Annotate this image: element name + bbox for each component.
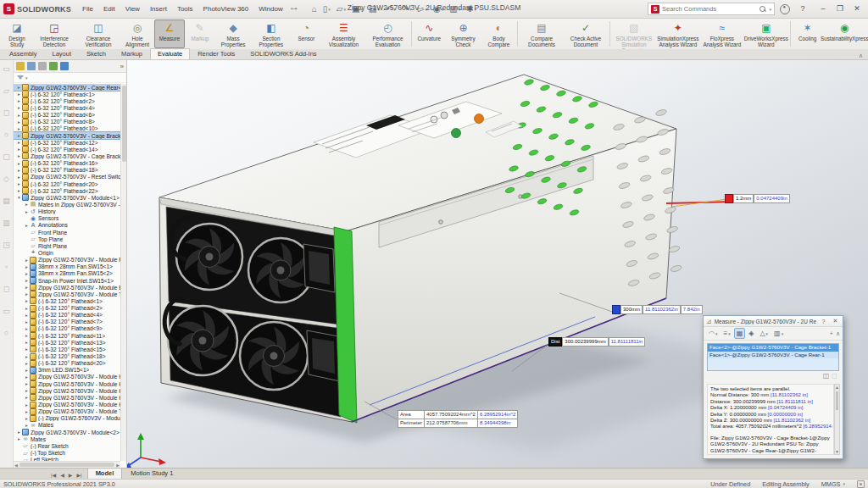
open-icon[interactable]: ▱▾	[334, 3, 348, 14]
tree-item[interactable]: ▸∞Mates	[14, 435, 120, 442]
tree-item[interactable]: ▸▤Mates in Zippy G1W2-5760V3V - 2U Redun…	[14, 201, 120, 208]
user-account-icon[interactable]	[780, 4, 790, 14]
tree-filter-row[interactable]: ▾	[14, 73, 126, 83]
expand-arrow-icon[interactable]: ▸	[16, 175, 22, 180]
normal-distance-callout[interactable]: 300mm 11.81102362in 7.842in	[612, 305, 703, 314]
tree-item[interactable]: ▱Right Plane	[14, 242, 120, 249]
menu-insert[interactable]: Insert	[146, 3, 171, 14]
tree-item[interactable]: ▸Zippy G1W2-5760V3V - Module Bottom<1>	[14, 284, 120, 291]
left-strip-tool-icon[interactable]: ▫	[5, 263, 8, 271]
tab-markup[interactable]: Markup	[114, 48, 150, 59]
clearance-verification-button[interactable]: ◫Clearance Verification	[76, 19, 120, 48]
expand-arrow-icon[interactable]: ▸	[24, 333, 30, 338]
tree-item[interactable]: ▸(-) 6-32 120° Flathead<1>	[14, 297, 120, 304]
tree-item[interactable]: ▸(-) 6-32 120° Flathead<2>	[14, 305, 120, 312]
distance-callout[interactable]: Dist 300.00239999mm 11.81111811in	[548, 337, 645, 347]
left-strip-tool-icon[interactable]: ▭	[3, 65, 10, 73]
create-sensor-icon[interactable]: ◫	[823, 372, 830, 380]
expand-arrow-icon[interactable]: ▸	[24, 402, 30, 408]
expand-arrow-icon[interactable]: ▸	[16, 98, 22, 103]
expand-arrow-icon[interactable]: ▸	[16, 113, 22, 118]
scroll-left-icon[interactable]: ◀	[14, 463, 18, 468]
expand-arrow-icon[interactable]: ▸	[24, 223, 30, 228]
symmetry-check-button[interactable]: ⊕Symmetry Check	[444, 19, 481, 48]
section-properties-button[interactable]: ◧Section Properties	[251, 19, 291, 48]
tree-item[interactable]: ▸(-) 6-32 120° Flathead<14>	[14, 146, 120, 152]
expand-arrow-icon[interactable]: ▸	[16, 126, 22, 131]
tree-item[interactable]: ▸Zippy G1W2-5760V3V - Module<2>	[14, 429, 120, 435]
last-tab-icon[interactable]: ▶|	[75, 472, 83, 478]
tree-item[interactable]: ▸Snap-In Power Inlet.SW15<1>	[14, 277, 120, 284]
left-strip-tool-icon[interactable]: ○	[4, 131, 8, 139]
tree-vertical-scrollbar[interactable]	[120, 84, 126, 461]
search-caret-icon[interactable]: ▾	[769, 7, 771, 12]
curvature-button[interactable]: ∿Curvature	[414, 19, 444, 48]
area-perimeter-callout[interactable]: Area4057.75092024mm^26.28952914in^2Perim…	[398, 410, 518, 428]
expand-arrow-icon[interactable]: ▸	[16, 85, 22, 90]
left-strip-tool-icon[interactable]: ▢	[3, 153, 10, 161]
tree-item[interactable]: ▸(-) Zippy G1W2-5760V3V - Module Tab<2>	[14, 415, 120, 422]
tree-item[interactable]: ▸Zippy G1W2-5760V3V - Module Handle<3>	[14, 387, 120, 394]
body-compare-button[interactable]: ◐Body Compare	[482, 19, 516, 48]
tree-item[interactable]: ▱(-) Rear Sketch	[14, 442, 120, 449]
tree-item[interactable]: ▸(-) 6-32 120° Flathead<7>	[14, 319, 120, 325]
propertymanager-icon[interactable]	[27, 62, 36, 70]
tree-item[interactable]: ▸Zippy G1W2-5760V3V - Module Handle<2>	[14, 380, 120, 387]
expand-arrow-icon[interactable]: ▸	[24, 258, 30, 263]
expand-arrow-icon[interactable]: ▸	[16, 147, 22, 152]
expand-arrow-icon[interactable]: ▾	[16, 195, 22, 200]
expand-arrow-icon[interactable]: ▸	[24, 374, 30, 380]
tree-item[interactable]: ▸(-) 6-32 120° Flathead<4>	[14, 312, 120, 319]
compare-documents-button[interactable]: ▤Compare Documents	[520, 19, 564, 48]
tree-item[interactable]: ▸(-) 6-32 120° Flathead<20>	[14, 180, 120, 187]
tab-assembly[interactable]: Assembly	[2, 48, 45, 59]
tab-scroll-buttons[interactable]: |◀ ◀ ▶ ▶|	[49, 472, 84, 478]
sensor-button[interactable]: ◔Sensor	[291, 19, 321, 48]
expand-arrow-icon[interactable]: ▸	[16, 430, 22, 435]
home-icon[interactable]: ⌂	[309, 3, 320, 14]
measurement-history-icon[interactable]: ▥▾	[771, 328, 786, 339]
minimize-button[interactable]: –	[815, 3, 831, 15]
tree-item[interactable]: ▸(-) 6-32 120° Flathead<9>	[14, 325, 120, 332]
displaymanager-icon[interactable]	[60, 62, 69, 70]
tree-item[interactable]: ▸(-) 6-32 120° Flathead<11>	[14, 332, 120, 339]
tree-item[interactable]: ▸Zippy G1W2-5760V3V - Reset Switch<1> ->	[14, 174, 120, 180]
tree-item[interactable]: ▸(-) 6-32 120° Flathead<22>	[14, 187, 120, 194]
tree-item[interactable]: ▸(-) 6-32 120° Flathead<1>	[14, 91, 120, 97]
measure-results-scrollbar[interactable]: ▲▼	[834, 384, 840, 455]
check-active-document-button[interactable]: ✓Check Active Document	[564, 19, 608, 48]
panel-flyout-icon[interactable]: »	[120, 63, 124, 70]
model-tab-model[interactable]: Model	[87, 468, 123, 479]
filter-icon[interactable]	[17, 75, 24, 80]
tree-item[interactable]: ▸38mm x 28mm Fan.SW15<2>	[14, 270, 120, 277]
tree-item[interactable]: ▾Zippy G1W2-5760V3V - Module<1>	[14, 194, 120, 201]
next-tab-icon[interactable]: ▶	[67, 472, 75, 478]
left-strip-tool-icon[interactable]: ◻	[3, 109, 9, 117]
featuremanager-design-tree-icon[interactable]	[16, 62, 25, 70]
tree-item[interactable]: ▸Zippy G1W2-5760V3V - Cage Bracket<2> ->	[14, 152, 120, 159]
pin-icon[interactable]: +	[830, 330, 833, 337]
expand-arrow-icon[interactable]: ▸	[24, 409, 30, 414]
tree-item[interactable]: ▸(-) 6-32 120° Flathead<15>	[14, 346, 120, 352]
left-strip-tool-icon[interactable]: ▥	[3, 219, 10, 227]
tree-item[interactable]: ▸Zippy G1W2-5760V3V - Module Handle<5>	[14, 401, 120, 408]
tag-icon[interactable]	[857, 480, 865, 488]
measure-selection-list[interactable]: Face<2>-@Zippy G1W2-5760V3V - Cage Brack…	[707, 343, 839, 371]
menu-pin-icon[interactable]: ⊶	[291, 5, 298, 13]
tree-item[interactable]: ▸(-) 6-32 120° Flathead<2>	[14, 97, 120, 104]
left-strip-tool-icon[interactable]: ◳	[3, 241, 10, 249]
selected-face-item[interactable]: Face<1>-@Zippy G1W2-5760V3V - Cage Rear-…	[708, 352, 838, 359]
expand-arrow-icon[interactable]: ▸	[24, 416, 30, 421]
expand-arrow-icon[interactable]: ▸	[24, 278, 30, 283]
design-study-button[interactable]: ◪Design Study	[2, 19, 32, 48]
tree-item[interactable]: ▸Zippy G1W2-5760V3V - Module Handle<4>	[14, 394, 120, 401]
expand-arrow-icon[interactable]: ▸	[16, 133, 22, 138]
expand-arrow-icon[interactable]: ▸	[24, 319, 30, 324]
floxpress-button[interactable]: ≈FloXpress Analysis Wizard	[700, 19, 744, 48]
expand-arrow-icon[interactable]: ▸	[24, 291, 30, 297]
tab-solidworks-add-ins[interactable]: SOLIDWORKS Add-Ins	[242, 48, 324, 59]
expand-arrow-icon[interactable]: ▸	[24, 368, 30, 373]
delta-x-callout[interactable]: 1.2mm 0.04724409in	[725, 194, 790, 203]
expand-arrow-icon[interactable]: ▸	[24, 423, 30, 428]
close-button[interactable]: ✕	[849, 3, 865, 15]
